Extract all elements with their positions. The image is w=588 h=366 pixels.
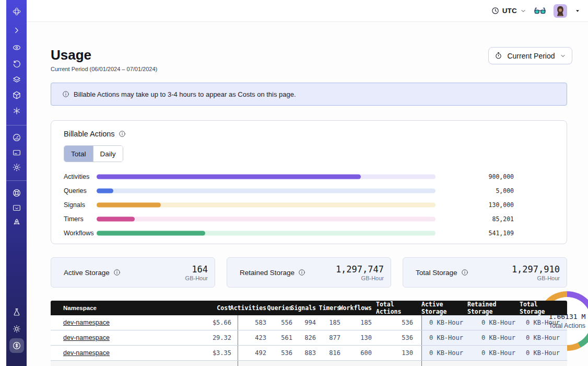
cost-cell: $3.35 bbox=[207, 346, 238, 360]
namespace-link[interactable]: dev-namespace bbox=[63, 319, 110, 326]
user-avatar[interactable] bbox=[554, 4, 567, 18]
workflows-cell: 130 bbox=[345, 330, 376, 345]
donut-center: 1.66131 M Total Actions bbox=[537, 291, 588, 351]
empty-cell bbox=[345, 361, 376, 366]
namespace-link[interactable]: dev-namespace bbox=[63, 349, 110, 357]
info-icon bbox=[62, 90, 69, 98]
storage-unit: GB-Hour bbox=[336, 275, 384, 281]
banner-text: Billable Actions may take up to 3-4 hour… bbox=[74, 90, 296, 98]
namespaces-eye-icon[interactable] bbox=[12, 43, 21, 52]
bar-label: Timers bbox=[64, 215, 84, 223]
bar-track bbox=[97, 174, 436, 179]
period-dropdown-label: Current Period bbox=[507, 52, 555, 60]
namespace-usage-table: NamespaceCostActivitiesQueriesSignalsTim… bbox=[51, 301, 567, 366]
tab-daily[interactable]: Daily bbox=[93, 146, 123, 162]
bar-fill bbox=[97, 231, 205, 235]
bar-row: Queries5,000 bbox=[51, 184, 532, 198]
timezone-label: UTC bbox=[502, 7, 517, 15]
billable-actions-card: Billable Actions TotalDaily Activities90… bbox=[51, 120, 567, 244]
empty-cell bbox=[376, 361, 421, 366]
storage-label: Total Storage bbox=[416, 269, 457, 277]
bar-value: 130,000 bbox=[489, 201, 514, 209]
empty-cell bbox=[297, 361, 320, 366]
activities-cell: 423 bbox=[238, 330, 271, 345]
namespace-cell: dev-namespace bbox=[51, 346, 207, 360]
timers-cell: 816 bbox=[320, 346, 345, 360]
billable-tabs: TotalDaily bbox=[64, 145, 123, 162]
retained-storage-cell: 0 KB-Hour bbox=[467, 330, 520, 345]
info-icon[interactable] bbox=[119, 130, 126, 138]
queries-cell: 536 bbox=[271, 346, 297, 360]
info-icon[interactable] bbox=[298, 269, 305, 276]
timers-cell: 185 bbox=[320, 315, 345, 330]
chevron-down-icon bbox=[560, 53, 566, 59]
empty-cell bbox=[467, 361, 520, 366]
settings-gear-icon[interactable] bbox=[12, 163, 21, 172]
total-actions-cell: 130 bbox=[376, 346, 421, 360]
storage-label: Active Storage bbox=[64, 269, 110, 277]
sidebar-divider bbox=[6, 180, 27, 181]
table-row: dev-namespace$5.665835569941851855360 KB… bbox=[51, 315, 567, 330]
bar-fill bbox=[97, 216, 135, 221]
bar-track bbox=[97, 231, 436, 235]
sidebar-divider bbox=[6, 125, 27, 125]
namespace-link[interactable]: dev-namespace bbox=[63, 334, 110, 341]
storage-unit: GB-Hour bbox=[185, 275, 208, 281]
support-lifebuoy-icon[interactable] bbox=[12, 188, 21, 198]
empty-cell bbox=[238, 361, 271, 366]
empty-cell bbox=[421, 361, 467, 366]
column-header: Retained Storage bbox=[467, 301, 520, 315]
credits-coin-icon[interactable] bbox=[9, 338, 24, 353]
usage-gauge-icon[interactable] bbox=[12, 133, 21, 142]
bar-fill bbox=[97, 174, 361, 179]
bar-fill bbox=[97, 202, 161, 207]
temporal-logo-icon[interactable] bbox=[12, 7, 21, 16]
info-icon[interactable] bbox=[113, 269, 121, 276]
theme-sun-icon[interactable] bbox=[12, 324, 21, 334]
account-chevron-icon[interactable] bbox=[574, 8, 581, 14]
total-actions-label: Total Actions bbox=[549, 322, 585, 329]
bar-track bbox=[97, 216, 436, 221]
nexus-asterisk-icon[interactable] bbox=[12, 106, 21, 116]
workflows-cell: 600 bbox=[345, 346, 376, 360]
layers-icon[interactable] bbox=[12, 75, 21, 84]
signals-cell: 883 bbox=[297, 346, 320, 360]
timers-cell: 877 bbox=[320, 330, 345, 345]
topbar: UTC bbox=[27, 0, 588, 22]
active-storage-cell: 0 KB-Hour bbox=[421, 330, 467, 345]
page-subtitle: Current Period (06/01/2024 – 07/01/2024) bbox=[51, 66, 157, 72]
bar-value: 541,109 bbox=[489, 230, 514, 237]
queries-cell: 556 bbox=[271, 315, 297, 330]
cube-icon[interactable] bbox=[12, 90, 21, 100]
cost-cell: $5.66 bbox=[207, 315, 238, 330]
period-dropdown-button[interactable]: Current Period bbox=[488, 47, 572, 64]
cost-cell: 29.32 bbox=[207, 330, 238, 345]
bar-row: Timers85,201 bbox=[51, 212, 532, 226]
table-header-row: NamespaceCostActivitiesQueriesSignalsTim… bbox=[51, 301, 567, 315]
empty-cell bbox=[320, 361, 345, 366]
timezone-selector[interactable]: UTC bbox=[491, 7, 526, 15]
empty-cell bbox=[51, 361, 207, 366]
history-clock-icon[interactable] bbox=[12, 59, 21, 68]
collapse-chevron-icon[interactable] bbox=[12, 26, 21, 35]
feedback-monitor-icon[interactable] bbox=[12, 203, 21, 213]
bar-fill bbox=[97, 188, 113, 193]
column-header: Total Actions bbox=[376, 301, 421, 315]
labs-flask-icon[interactable] bbox=[12, 307, 21, 317]
glasses-icon[interactable] bbox=[534, 6, 546, 16]
billing-card-icon[interactable] bbox=[12, 148, 21, 157]
column-header: Signals bbox=[297, 301, 320, 315]
signals-cell: 826 bbox=[297, 330, 320, 345]
bar-row: Workflows541,109 bbox=[51, 226, 532, 240]
bar-row: Signals130,000 bbox=[51, 198, 532, 212]
bar-label: Queries bbox=[64, 187, 87, 195]
tab-total[interactable]: Total bbox=[64, 146, 93, 162]
billable-bar-chart: Activities900,000Queries5,000Signals130,… bbox=[51, 169, 532, 240]
rocket-icon[interactable] bbox=[12, 218, 21, 227]
activities-cell: 583 bbox=[238, 315, 271, 330]
table-row: dev-namespace29.324235618268771305360 KB… bbox=[51, 330, 567, 346]
active-storage-cell: 0 KB-Hour bbox=[421, 346, 467, 360]
storage-value: 164 bbox=[185, 264, 208, 274]
info-icon[interactable] bbox=[461, 269, 468, 276]
active-storage-card: Active Storage164GB-Hour bbox=[51, 257, 215, 288]
